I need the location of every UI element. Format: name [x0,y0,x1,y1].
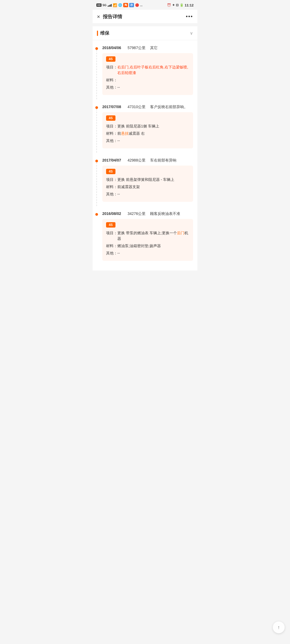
bar1 [108,6,108,7]
4s-badge: 4S [106,56,115,62]
items-link[interactable]: 后门 [177,231,184,235]
status-bar: HD 5G 📶 🌐 淘 存 🔴 ... ⏰ ✦ ⊡ 🔋 11:12 [93,0,197,10]
record-date: 2017/04/07 [102,158,126,162]
signal-bars [108,3,112,7]
timeline-item: 2016/08/02 34276公里 顾客反映油表不准 4S 项目： 更换 带泵… [93,206,197,265]
other-value: -- [117,250,189,256]
4s-badge: 4S [106,222,115,228]
items-label: 项目： [106,64,117,76]
record-row-materials: 材料： 前悬挂减震器 右 [106,131,189,136]
materials-value: 燃油泵;油箱密封垫;扬声器 [117,243,189,249]
record-date: 2016/08/02 [102,211,126,216]
timeline-line [96,162,97,206]
bluetooth-icon: ✦ [172,3,175,7]
status-left: HD 5G 📶 🌐 淘 存 🔴 ... [96,3,143,7]
items-value: 更换 带泵的燃油表 车辆上;更换一个后门机器 [117,230,189,241]
materials-value [117,77,189,83]
record-mileage: 57987公里 [128,46,149,50]
record-row-items: 项目： 更换 前悬架弹簧和阻尼器 - 车辆上 [106,177,189,182]
timeline-header: 2017/07/08 47310公里 客户反映右前部异响。 [102,105,193,109]
4s-badge: 4S [106,115,115,121]
record-mileage: 42988公里 [128,158,149,163]
page-title: 报告详情 [103,13,122,20]
record-row-items: 项目： 更换 前阻尼器1侧 车辆上 [106,123,189,129]
timeline: 2018/04/06 57987公里 其它 4S 项目： 右后门,右后叶子板右后… [93,40,197,270]
record-row-other: 其他： -- [106,85,189,90]
globe-icon: 🌐 [118,3,122,7]
materials-link[interactable]: 悬挂 [121,131,129,136]
timeline-line [96,109,97,153]
wifi-icon: 📶 [113,3,117,7]
record-date: 2018/04/06 [102,46,126,50]
materials-prefix: 前 [117,131,121,136]
bar3 [110,5,111,7]
record-row-items: 项目： 更换 带泵的燃油表 车辆上;更换一个后门机器 [106,230,189,241]
record-card: 4S 项目： 右后门,右后叶子板右后杠角,右下边梁钣喷,右后轮喷漆 材料： 其他… [102,53,193,95]
materials-label: 材料： [106,184,117,190]
close-button[interactable]: × [97,14,100,19]
bar2 [109,5,110,7]
timeline-item: 2017/04/07 42988公里 车右前部有异响 4S 项目： 更换 前悬架… [93,153,197,206]
alarm-icon: ⏰ [167,3,171,7]
items-text-prefix: 更换 带泵的燃油表 车辆上;更换一个 [117,231,177,235]
items-label: 项目： [106,177,117,182]
record-row-materials: 材料： 燃油泵;油箱密封垫;扬声器 [106,243,189,249]
record-row-other: 其他： -- [106,250,189,256]
nav-bar: × 报告详情 ••• [93,10,197,24]
record-mileage: 34276公里 [128,211,149,216]
chevron-down-icon: ∨ [190,31,193,36]
store-icon: 存 [129,3,134,7]
items-label: 项目： [106,123,117,129]
bar4 [111,4,112,7]
other-value: -- [117,85,189,90]
timeline-dot [95,106,98,109]
timeline-header: 2016/08/02 34276公里 顾客反映油表不准 [102,211,193,216]
nav-left: × 报告详情 [97,13,122,20]
record-note: 顾客反映油表不准 [150,211,193,216]
record-row-items: 项目： 右后门,右后叶子板右后杠角,右下边梁钣喷,右后轮喷漆 [106,64,189,76]
4s-badge: 4S [106,169,115,174]
items-value: 右后门,右后叶子板右后杠角,右下边梁钣喷,右后轮喷漆 [117,64,189,76]
record-note: 其它 [150,46,193,50]
other-value: -- [117,191,189,197]
materials-suffix: 减震器 右 [129,131,145,136]
5g-indicator: 5G [103,3,107,7]
record-note: 车右前部有异响 [150,158,193,163]
section-accent-bar [97,31,98,36]
taobao-icon: 淘 [123,3,128,7]
time-display: 11:12 [185,3,194,7]
record-row-other: 其他： -- [106,138,189,144]
items-label: 项目： [106,230,117,241]
record-row-other: 其他： -- [106,191,189,197]
other-label: 其他： [106,191,117,197]
section-header[interactable]: 维保 ∨ [93,26,197,40]
record-card: 4S 项目： 更换 前悬架弹簧和阻尼器 - 车辆上 材料： 前减震器支架 其他：… [102,166,193,202]
record-card: 4S 项目： 更换 带泵的燃油表 车辆上;更换一个后门机器 材料： 燃油泵;油箱… [102,219,193,261]
more-options-button[interactable]: ••• [186,13,193,20]
battery-icon: 🔋 [180,3,184,7]
timeline-item: 2018/04/06 57987公里 其它 4S 项目： 右后门,右后叶子板右后… [93,40,197,99]
other-label: 其他： [106,138,117,144]
other-label: 其他： [106,85,117,90]
record-date: 2017/07/08 [102,105,126,109]
materials-value: 前减震器支架 [117,184,189,190]
materials-label: 材料： [106,131,117,136]
more-dots: ... [140,3,143,7]
timeline-item: 2017/07/08 47310公里 客户反映右前部异响。 4S 项目： 更换 … [93,99,197,153]
other-label: 其他： [106,250,117,256]
record-row-materials: 材料： 前减震器支架 [106,184,189,190]
hd-badge: HD [96,3,102,7]
browser-icon: 🔴 [135,3,139,7]
items-value: 更换 前悬架弹簧和阻尼器 - 车辆上 [117,177,189,182]
materials-label: 材料： [106,243,117,249]
record-card: 4S 项目： 更换 前阻尼器1侧 车辆上 材料： 前悬挂减震器 右 其他： -- [102,112,193,148]
timeline-header: 2017/04/07 42988公里 车右前部有异响 [102,158,193,163]
record-row-materials: 材料： [106,77,189,83]
vibrate-icon: ⊡ [176,3,179,7]
record-mileage: 47310公里 [128,105,149,109]
items-value: 更换 前阻尼器1侧 车辆上 [117,123,189,129]
other-value: -- [117,138,189,144]
timeline-header: 2018/04/06 57987公里 其它 [102,46,193,50]
section-title-wrap: 维保 [97,30,109,36]
timeline-line [96,50,97,99]
